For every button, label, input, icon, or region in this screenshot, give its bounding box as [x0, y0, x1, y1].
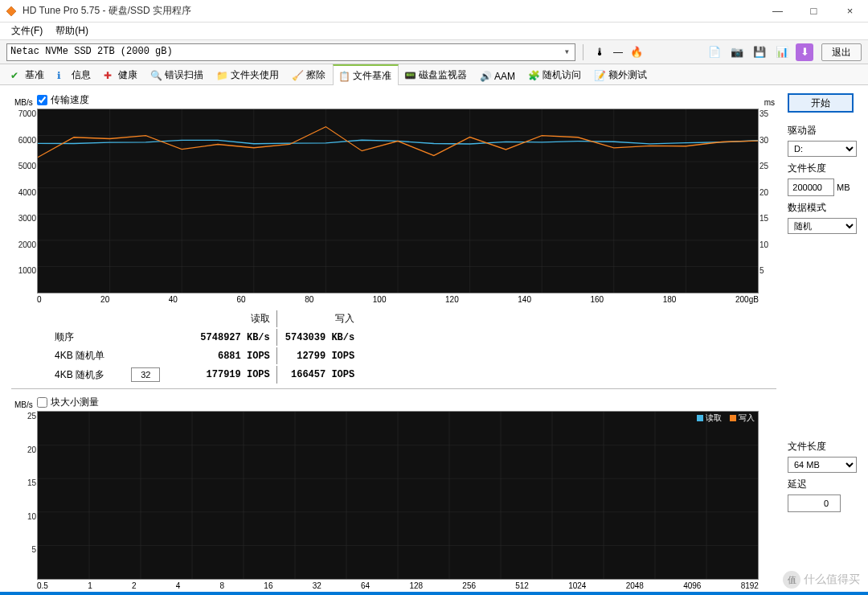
clipboard-icon: 📋	[338, 71, 350, 82]
exit-button[interactable]: 退出	[821, 43, 862, 61]
window-titlebar: HD Tune Pro 5.75 - 硬盘/SSD 实用程序 — □ ×	[0, 0, 868, 23]
results-table: 读取 写入 顺序 5748927 KB/s 5743039 KB/s 4KB 随…	[47, 309, 362, 385]
transfer-speed-label: 传输速度	[51, 93, 89, 107]
y-unit-left: MB/s	[14, 98, 33, 107]
temperature-warn-icon[interactable]: 🔥	[628, 43, 645, 61]
tab-benchmark[interactable]: ✔基准	[5, 64, 51, 84]
tab-errorscan[interactable]: 🔍错误扫描	[145, 64, 211, 84]
check-icon: ✔	[10, 70, 22, 81]
filelength-label: 文件长度	[788, 162, 857, 175]
health-icon: ✚	[104, 70, 115, 81]
tab-extratests[interactable]: 📝额外测试	[588, 64, 654, 84]
copy-button[interactable]: 📄	[706, 43, 723, 61]
drive-label: 驱动器	[788, 124, 857, 137]
temperature-icon[interactable]: 🌡	[591, 43, 608, 61]
queue-depth-input[interactable]	[131, 367, 160, 382]
drive-letter-select[interactable]: D:	[788, 141, 857, 157]
filelength-input[interactable]	[788, 178, 834, 196]
filelength-unit: MB	[837, 183, 850, 192]
y-axis-left-2: 252015105	[14, 412, 36, 579]
filelength2-label: 文件长度	[788, 440, 857, 453]
blocksize-chart: 读取 写入 252015105	[37, 411, 759, 580]
save-button[interactable]: 💾	[751, 43, 768, 61]
watermark: 值 什么值得买	[783, 571, 860, 589]
monitor-icon: 📟	[404, 70, 416, 81]
filelength2-select[interactable]: 64 MB	[788, 457, 857, 473]
table-row: 4KB 随机多 177919 IOPS 166457 IOPS	[48, 366, 361, 384]
tab-diskmonitor[interactable]: 📟磁盘监视器	[399, 64, 474, 84]
search-icon: 🔍	[150, 70, 162, 81]
export-button[interactable]: 📊	[773, 43, 791, 61]
note-icon: 📝	[594, 70, 605, 81]
maximize-button[interactable]: □	[796, 0, 832, 22]
tab-aam[interactable]: 🔊AAM	[474, 67, 522, 84]
y-axis-right: 3530252015105	[760, 109, 776, 293]
table-row: 4KB 随机单 6881 IOPS 12799 IOPS	[48, 347, 361, 364]
datamode-label: 数据模式	[788, 201, 857, 215]
download-button[interactable]: ⬇	[796, 43, 813, 61]
delay-input[interactable]	[788, 494, 841, 512]
x-axis-1: 020406080100120140160180200gB	[37, 293, 759, 304]
start-button[interactable]: 开始	[788, 93, 854, 113]
x-axis-2: 0.512481632641282565121024204840968192	[37, 580, 759, 590]
random-icon: 🧩	[528, 70, 539, 81]
app-icon	[5, 5, 18, 18]
taskbar-edge	[0, 592, 868, 595]
screenshot-button[interactable]: 📷	[728, 43, 746, 61]
y-unit-right: ms	[764, 98, 775, 107]
speaker-icon: 🔊	[480, 71, 491, 82]
drive-select[interactable]: Netac NVMe SSD 2TB (2000 gB)	[6, 43, 575, 61]
y-axis-left: 7000600050004000300020001000	[14, 109, 36, 293]
header-write: 写入	[279, 310, 361, 327]
menu-bar: 文件(F) 帮助(H)	[0, 23, 868, 40]
transfer-speed-chart: 7000600050004000300020001000 35302520151…	[37, 109, 759, 293]
info-icon: ℹ	[57, 70, 68, 81]
y-unit-left-2: MB/s	[14, 400, 33, 409]
menu-file[interactable]: 文件(F)	[5, 23, 49, 39]
window-title: HD Tune Pro 5.75 - 硬盘/SSD 实用程序	[23, 4, 760, 18]
separator	[583, 44, 583, 60]
minimize-button[interactable]: —	[760, 0, 796, 22]
blocksize-label: 块大小测量	[51, 396, 99, 409]
tab-folderusage[interactable]: 📁文件夹使用	[211, 64, 286, 84]
toolbar: Netac NVMe SSD 2TB (2000 gB) 🌡 — 🔥 📄 📷 💾…	[0, 40, 868, 64]
tab-filebenchmark[interactable]: 📋文件基准	[333, 64, 399, 85]
table-row: 顺序 5748927 KB/s 5743039 KB/s	[48, 329, 361, 346]
tab-erase[interactable]: 🧹擦除	[286, 64, 333, 84]
blocksize-checkbox[interactable]	[37, 397, 47, 408]
delay-label: 延迟	[788, 478, 857, 491]
temperature-value: —	[613, 47, 623, 58]
datamode-select[interactable]: 随机	[788, 218, 857, 234]
watermark-logo-icon: 值	[783, 571, 800, 589]
header-read: 读取	[194, 310, 276, 327]
tab-health[interactable]: ✚健康	[98, 64, 145, 84]
divider	[11, 388, 776, 389]
close-button[interactable]: ×	[832, 0, 868, 22]
folder-icon: 📁	[216, 70, 227, 81]
tab-info[interactable]: ℹ信息	[51, 64, 98, 84]
transfer-speed-checkbox[interactable]	[37, 95, 47, 105]
tab-randomaccess[interactable]: 🧩随机访问	[522, 64, 588, 84]
erase-icon: 🧹	[292, 70, 303, 81]
chart-legend: 读取 写入	[697, 412, 755, 424]
menu-help[interactable]: 帮助(H)	[49, 23, 95, 39]
tab-bar: ✔基准 ℹ信息 ✚健康 🔍错误扫描 📁文件夹使用 🧹擦除 📋文件基准 📟磁盘监视…	[0, 64, 868, 85]
